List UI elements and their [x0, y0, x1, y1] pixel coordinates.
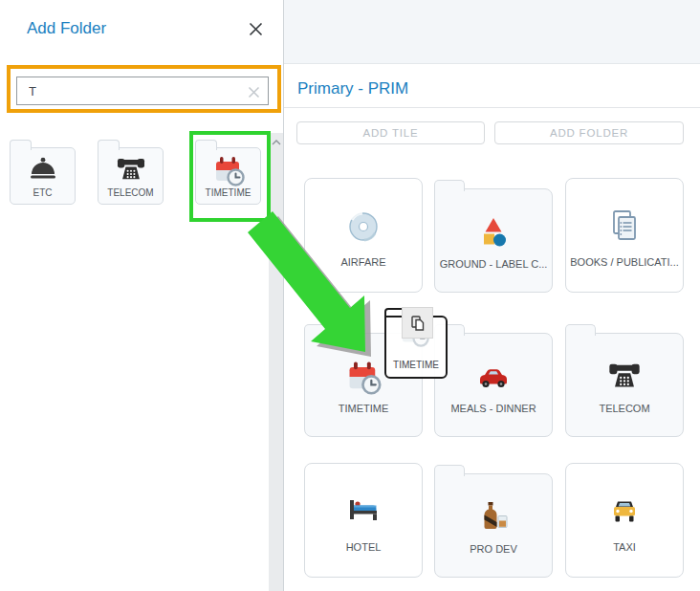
folder-search-field [16, 77, 269, 105]
folder-tile-timetime-source[interactable]: TIMETIME [195, 147, 261, 205]
primary-folder-panel: Primary - PRIM ADD TILE ADD FOLDER AIRFA… [284, 0, 700, 591]
grid-tile-hotel[interactable]: HOTEL [304, 463, 423, 578]
phone-icon [606, 359, 643, 395]
tile-label: MEALS - DINNER [439, 403, 548, 414]
add-tile-button[interactable]: ADD TILE [296, 121, 485, 144]
top-strip [284, 0, 700, 64]
ghost-label: TIMETIME [386, 360, 446, 370]
folder-tile-etc[interactable]: ETC [10, 147, 76, 205]
page-title: Primary - PRIM [297, 79, 408, 98]
tile-label: AIRFARE [309, 256, 418, 268]
tile-label: GROUND - LABEL C... [439, 258, 548, 270]
car-icon [474, 358, 513, 396]
divider [284, 107, 700, 108]
close-icon[interactable] [247, 20, 264, 37]
chevron-up-icon[interactable] [269, 136, 283, 149]
tile-label: ETC [12, 187, 73, 198]
tile-label: TIMETIME [198, 187, 258, 198]
bottle-glass-icon [474, 498, 513, 536]
shapes-icon [474, 213, 513, 252]
calendar-clock-icon [211, 153, 246, 187]
cloche-icon [27, 154, 59, 186]
phone-icon [115, 154, 147, 186]
grid-folder-telecom[interactable]: TELECOM [565, 333, 684, 437]
tile-label: PRO DEV [439, 543, 548, 555]
tile-label: TIMETIME [309, 403, 418, 414]
clear-search-icon[interactable] [248, 85, 261, 98]
grid-tile-airfare[interactable]: AIRFARE [304, 178, 423, 293]
left-panel-scrollbar[interactable] [269, 133, 283, 591]
drag-ghost-timetime: TIMETIME [384, 308, 448, 379]
calendar-clock-icon [344, 358, 383, 396]
taxi-icon [605, 492, 644, 531]
tile-label: BOOKS / PUBLICATI... [570, 256, 679, 268]
documents-icon [605, 208, 644, 246]
add-folder-button[interactable]: ADD FOLDER [494, 121, 684, 144]
grid-folder-pro-dev[interactable]: PRO DEV [434, 473, 553, 578]
grid-folder-ground[interactable]: GROUND - LABEL C... [434, 188, 553, 293]
grid-tile-books[interactable]: BOOKS / PUBLICATI... [565, 178, 684, 293]
copy-icon [402, 307, 433, 339]
bed-icon [344, 492, 383, 531]
disc-icon [344, 208, 383, 246]
panel-title: Add Folder [27, 19, 106, 38]
grid-tile-taxi[interactable]: TAXI [565, 463, 684, 578]
add-folder-panel: Add Folder ETC [0, 0, 284, 591]
tile-label: HOTEL [309, 541, 418, 553]
tile-label: TAXI [570, 541, 679, 553]
tile-label: TELECOM [100, 187, 161, 198]
folder-tile-telecom[interactable]: TELECOM [98, 147, 164, 205]
tile-label: TELECOM [570, 403, 679, 414]
search-input[interactable] [17, 77, 268, 104]
grid-folder-meals-dinner[interactable]: MEALS - DINNER [434, 333, 553, 437]
